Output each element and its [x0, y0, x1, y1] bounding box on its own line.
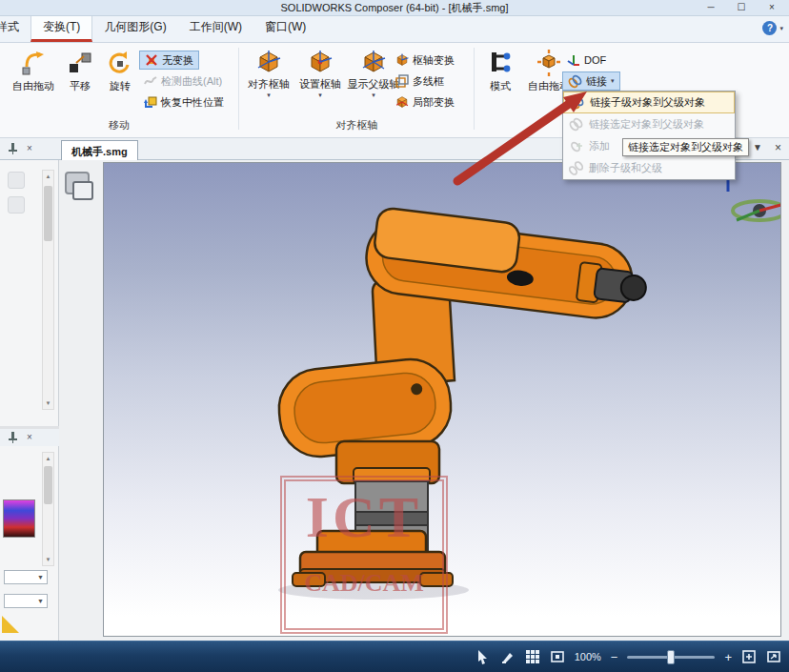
show-parent-axis-cube-icon — [361, 50, 386, 74]
button-label: 自由拖动 — [12, 79, 54, 93]
window-controls: ─ ☐ × — [696, 0, 787, 15]
tab-window[interactable]: 窗口(W) — [253, 16, 317, 42]
zoom-slider-thumb[interactable] — [667, 650, 675, 664]
tab-close-icon[interactable]: × — [775, 141, 781, 154]
no-transform-icon — [145, 53, 158, 67]
zoom-slider[interactable] — [627, 656, 715, 659]
ribbon-tabs: 样式 变换(T) 几何图形(G) 工作间(W) 窗口(W) — [0, 16, 789, 42]
restore-neutral-icon — [144, 95, 157, 109]
paint-style-icon[interactable] — [500, 649, 516, 664]
watermark-line1: ICT — [286, 487, 442, 546]
zoom-out-button[interactable]: − — [611, 651, 618, 663]
option-label: 枢轴变换 — [413, 53, 455, 68]
group-label-move: 移动 — [0, 118, 238, 132]
panel1-scrollbar[interactable]: ▲ ▼ — [42, 170, 54, 410]
left-panel1-header: × — [0, 138, 59, 160]
tool-icon-placeholder[interactable] — [8, 196, 25, 214]
tab-workshop[interactable]: 工作间(W) — [178, 16, 253, 42]
document-tab[interactable]: 机械手.smg — [61, 140, 138, 160]
button-label: 对齐枢轴 — [248, 77, 290, 92]
viewport-frame: ICT CAD/CAM — [59, 160, 789, 641]
watermark-line2: CAD/CAM — [286, 569, 442, 598]
detect-curve-option: 检测曲线(Alt) — [139, 71, 227, 91]
panel2-scrollbar[interactable]: ▲ ▼ — [42, 452, 54, 566]
tool-icon-placeholder[interactable] — [8, 172, 25, 189]
window-title: SOLIDWORKS Composer (64-bit) - [机械手.smg] — [281, 2, 509, 13]
option-label: 恢复中性位置 — [161, 95, 224, 110]
no-transform-option[interactable]: 无变换 — [139, 51, 199, 70]
pin-icon[interactable] — [9, 432, 17, 443]
capture-views-icon[interactable] — [65, 172, 99, 206]
panel2-dropdown[interactable]: ▼ — [4, 594, 48, 608]
tab-transform[interactable]: 变换(T) — [30, 16, 92, 42]
option-label: DOF — [584, 54, 606, 66]
scroll-down-icon[interactable]: ▼ — [43, 397, 53, 409]
option-label: 无变换 — [162, 53, 193, 68]
help-control[interactable]: ? ▾ — [762, 21, 783, 35]
assembly-free-drag-icon — [536, 50, 562, 76]
detect-curve-icon — [144, 74, 157, 88]
button-label: 平移 — [70, 79, 91, 93]
set-pivot-button[interactable]: 设置枢轴 ▾ — [296, 47, 344, 99]
scrollbar-thumb[interactable] — [44, 186, 52, 241]
chevron-down-icon: ▾ — [372, 92, 375, 99]
select-pointer-icon[interactable] — [475, 649, 491, 664]
tab-geometry[interactable]: 几何图形(G) — [92, 16, 177, 42]
align-pivot-cube-icon — [256, 50, 281, 74]
chevron-down-icon: ▾ — [779, 25, 783, 32]
tab-style[interactable]: 样式 — [0, 16, 30, 42]
translate-button[interactable]: 平移 — [60, 47, 100, 93]
option-label: 检测曲线(Alt) — [161, 74, 222, 89]
help-icon[interactable]: ? — [762, 21, 777, 35]
group-separator — [238, 48, 239, 130]
rotate-button[interactable]: 旋转 — [101, 47, 139, 93]
close-button[interactable]: × — [757, 0, 787, 15]
tab-list-chevron-icon[interactable]: ▼ — [753, 142, 762, 153]
align-pivot-button[interactable]: 对齐枢轴 ▾ — [242, 47, 295, 99]
zoom-level: 100% — [575, 651, 601, 662]
translate-icon — [67, 50, 93, 76]
panel-close-icon[interactable]: × — [27, 144, 32, 153]
scroll-up-icon[interactable]: ▲ — [43, 453, 53, 464]
fit-screen-icon[interactable] — [550, 649, 565, 664]
left-panel2-header: × — [0, 429, 59, 446]
button-label: 旋转 — [110, 79, 131, 93]
left-panel1: ▲ ▼ — [0, 160, 59, 426]
dof-icon — [567, 53, 580, 67]
watermark: ICT CAD/CAM — [280, 476, 448, 634]
scroll-up-icon[interactable]: ▲ — [43, 171, 53, 182]
mode-icon — [487, 50, 514, 76]
scrollbar-thumb[interactable] — [44, 466, 52, 504]
pivot-transform-icon — [395, 53, 409, 67]
dof-option[interactable]: DOF — [562, 51, 611, 70]
stacked-page-front — [72, 181, 93, 200]
tooltip: 链接选定对象到父级对象 — [622, 138, 749, 156]
color-gradient-strip[interactable] — [3, 499, 35, 538]
chevron-down-icon: ▾ — [318, 92, 322, 99]
zoom-extents-icon[interactable] — [741, 649, 757, 664]
fullscreen-icon[interactable] — [766, 649, 781, 664]
set-pivot-cube-icon — [308, 50, 333, 74]
status-bar: 100% − + — [0, 641, 789, 672]
menu-bar: 样式 变换(T) 几何图形(G) 工作间(W) 窗口(W) ? ▾ — [0, 16, 789, 43]
maximize-button[interactable]: ☐ — [726, 0, 757, 15]
chevron-down-icon: ▾ — [267, 92, 271, 99]
minimize-button[interactable]: ─ — [696, 0, 726, 15]
corner-marker — [2, 616, 19, 633]
free-drag-button[interactable]: 自由拖动 — [8, 47, 59, 93]
app-window: SOLIDWORKS Composer (64-bit) - [机械手.smg]… — [0, 0, 789, 672]
rotate-icon — [107, 50, 133, 76]
pin-icon[interactable] — [9, 143, 17, 154]
scroll-down-icon[interactable]: ▼ — [43, 554, 53, 565]
panel2-dropdown[interactable]: ▼ — [4, 570, 48, 584]
zoom-in-button[interactable]: + — [724, 651, 732, 663]
grid-icon[interactable] — [525, 649, 540, 664]
status-toolbar: 100% − + — [475, 641, 781, 672]
pivot-transform-option[interactable]: 枢轴变换 — [391, 51, 459, 70]
viewport-canvas[interactable]: ICT CAD/CAM — [103, 162, 781, 637]
button-label: 设置枢轴 — [299, 77, 341, 92]
left-panel2: ▲ ▼ ▼ ▼ — [0, 446, 59, 641]
restore-neutral-option[interactable]: 恢复中性位置 — [139, 92, 229, 112]
free-drag-icon — [20, 50, 47, 76]
panel-close-icon[interactable]: × — [27, 433, 32, 442]
